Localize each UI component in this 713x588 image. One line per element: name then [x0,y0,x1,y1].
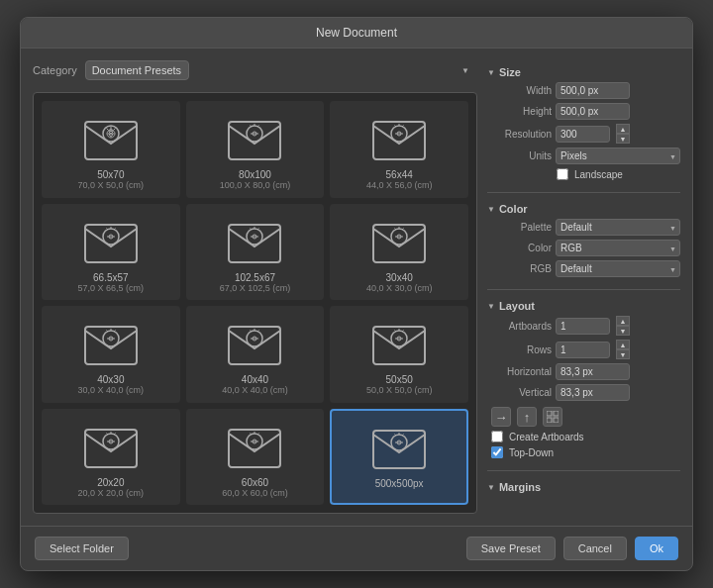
preset-name: 40x30 [97,374,124,385]
vertical-input[interactable] [556,384,630,401]
layout-margins-divider [487,470,680,471]
svg-rect-49 [229,327,280,364]
rgb-row: RGB Default [487,260,680,277]
create-artboards-checkbox[interactable] [491,431,503,442]
size-color-divider [487,192,680,193]
preset-item[interactable]: 66.5x57 57,0 X 66,5 (cm) [42,204,180,301]
horizontal-row: Horizontal [487,363,680,380]
palette-row: Palette Default [487,219,680,236]
dialog-title: New Document [21,18,692,49]
color-section-header[interactable]: ▼ Color [487,197,680,219]
svg-rect-7 [229,122,280,159]
resolution-stepper: ▲ ▼ [616,124,630,144]
preset-size: 60,0 X 60,0 (cm) [222,488,288,498]
preset-item[interactable]: 30x40 40,0 X 30,0 (cm) [330,204,468,301]
preset-item[interactable]: 40x30 30,0 X 40,0 (cm) [42,306,180,403]
svg-rect-84 [547,411,552,416]
svg-line-6 [113,129,115,131]
preset-icon [76,211,146,270]
landscape-checkbox[interactable] [557,168,568,180]
save-preset-button[interactable]: Save Preset [466,537,556,560]
preset-size: 100,0 X 80,0 (cm) [220,180,291,190]
presets-grid: 50x70 70,0 X 50,0 (cm) [33,92,477,514]
color-row: Color RGB CMYK Grayscale [487,240,680,256]
rgb-select[interactable]: Default [556,260,680,277]
preset-item[interactable]: 20x20 20,0 X 20,0 (cm) [42,409,180,506]
size-section-header[interactable]: ▼ Size [487,60,680,82]
preset-size: 40,0 X 30,0 (cm) [366,283,433,293]
layout-section-header[interactable]: ▼ Layout [487,294,680,316]
ok-button[interactable]: Ok [635,537,678,560]
resolution-up-button[interactable]: ▲ [616,124,630,134]
svg-rect-35 [373,225,425,262]
palette-select[interactable]: Default [556,219,680,236]
svg-rect-14 [373,122,425,159]
arrange-right-button[interactable]: → [491,407,511,427]
category-select[interactable]: Document Presets Web Print [85,60,189,80]
svg-rect-70 [229,430,280,467]
rows-input[interactable] [556,342,610,358]
arrange-up-button[interactable]: ↑ [517,407,537,427]
cancel-button[interactable]: Cancel [563,537,627,560]
units-select[interactable]: Pixels Centimeters Millimeters Inches [556,147,680,164]
palette-select-wrapper: Default [556,219,680,236]
units-label: Units [487,150,552,161]
preset-icon [364,313,434,372]
rows-up-button[interactable]: ▲ [616,340,630,349]
rows-label: Rows [487,344,552,355]
dialog-footer: Select Folder Save Preset Cancel Ok [21,526,692,570]
rgb-select-wrapper: Default [556,260,680,277]
preset-item[interactable]: 40x40 40,0 X 40,0 (cm) [186,306,325,403]
preset-item[interactable]: 50x50 50,0 X 50,0 (cm) [330,306,468,403]
rows-down-button[interactable]: ▼ [616,349,630,359]
color-layout-divider [487,289,680,290]
preset-icon [220,416,289,475]
preset-name: 60x60 [242,477,268,488]
preset-name: 66.5x57 [93,272,129,283]
height-input[interactable] [556,103,630,120]
artboards-down-button[interactable]: ▼ [616,326,630,336]
vertical-label: Vertical [487,387,552,398]
top-down-checkbox[interactable] [491,446,503,458]
artboards-up-button[interactable]: ▲ [616,316,630,326]
height-label: Height [487,106,552,117]
preset-item[interactable]: 56x44 44,0 X 56,0 (cm) [330,101,468,198]
color-select[interactable]: RGB CMYK Grayscale [556,240,680,256]
palette-label: Palette [487,222,552,233]
preset-name: 80x100 [239,169,271,180]
size-section-body: Width Height Resolution ▲ ▼ Units [487,82,680,188]
width-input[interactable] [556,82,630,99]
create-artboards-row: Create Artboards [487,431,680,442]
artboards-input[interactable] [556,318,610,335]
margins-section-header[interactable]: ▼ Margins [487,475,680,497]
color-select-wrapper: RGB CMYK Grayscale [556,240,680,256]
artboards-label: Artboards [487,321,552,332]
preset-icon [76,416,146,475]
horizontal-input[interactable] [556,363,630,380]
preset-icon [364,108,434,167]
preset-item[interactable]: 80x100 100,0 X 80,0 (cm) [186,101,325,198]
preset-name: 20x20 [97,477,124,488]
preset-size: 20,0 X 20,0 (cm) [78,488,145,498]
preset-item[interactable]: 50x70 70,0 X 50,0 (cm) [42,101,180,198]
preset-item-selected[interactable]: 500x500px [330,409,468,506]
category-row: Category Document Presets Web Print [33,60,477,80]
landscape-label: Landscape [574,169,623,180]
layout-icons: → ↑ [487,407,680,427]
preset-item[interactable]: 60x60 60,0 X 60,0 (cm) [186,409,325,506]
preset-icon [220,313,289,372]
category-label: Category [33,64,77,76]
layout-triangle-icon: ▼ [487,302,495,311]
right-panel: ▼ Size Width Height Resolution ▲ ▼ [487,60,680,514]
preset-item[interactable]: 102.5x67 67,0 X 102,5 (cm) [186,204,325,301]
resolution-down-button[interactable]: ▼ [616,134,630,144]
artboards-row: Artboards ▲ ▼ [487,316,680,336]
preset-size: 44,0 X 56,0 (cm) [366,180,433,190]
resolution-row: Resolution ▲ ▼ [487,124,680,144]
size-triangle-icon: ▼ [487,68,495,77]
svg-rect-63 [85,430,137,467]
resolution-input[interactable] [556,126,610,143]
select-folder-button[interactable]: Select Folder [35,537,129,560]
color-section-label: Color [499,203,528,215]
grid-button[interactable] [543,407,562,427]
